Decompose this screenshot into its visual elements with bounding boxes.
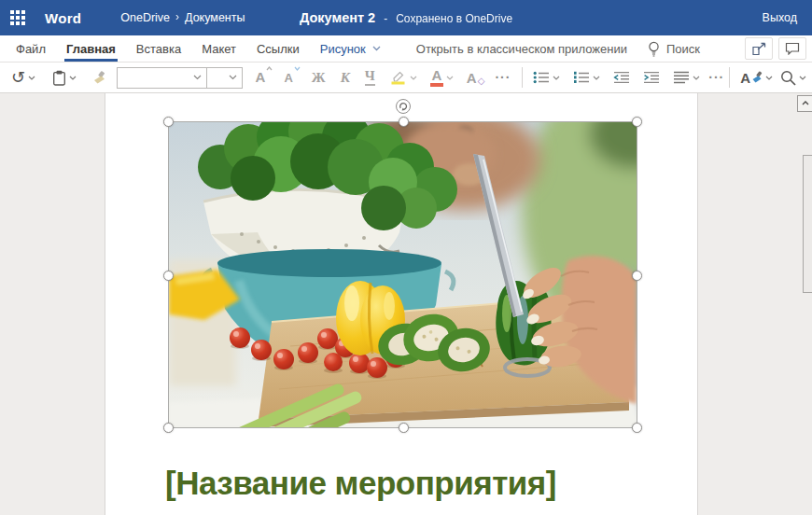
app-top-bar: Word OneDrive › Документы Документ 2 - С… [0,0,812,35]
tab-picture[interactable]: Рисунок [320,36,381,62]
resize-handle-s[interactable] [399,423,409,433]
styles-letter: A [740,71,750,85]
styles-button[interactable]: A [736,65,777,90]
shrink-font-button[interactable]: A [280,65,296,90]
tab-layout[interactable]: Макет [202,36,236,62]
find-button[interactable] [777,65,810,90]
highlight-color-button[interactable] [386,65,421,90]
chevron-down-icon [446,76,454,80]
resize-handle-se[interactable] [632,423,642,433]
chevron-down-icon [410,76,417,80]
clipboard-icon [52,70,66,86]
resize-handle-ne[interactable] [632,117,642,127]
share-icon [751,42,767,56]
underline-button[interactable]: Ч [361,65,379,90]
breadcrumb-root[interactable]: OneDrive [120,11,170,24]
caret-down-icon [294,66,301,71]
decrease-indent-button[interactable] [609,65,634,90]
document-canvas: [Название мероприятия] [0,93,812,515]
underline-letter: Ч [365,69,375,86]
app-launcher-button[interactable] [0,0,35,35]
undo-icon: ↺ [11,69,25,86]
undo-button[interactable]: ↺ [7,65,39,90]
bold-button[interactable]: Ж [308,65,329,90]
numbered-list-button[interactable] [569,65,604,90]
increase-indent-button[interactable] [639,65,664,90]
resize-handle-n[interactable] [399,117,409,127]
align-justify-icon [673,71,690,84]
title-dash: - [384,12,387,25]
clear-format-diamond: ◇ [478,76,485,86]
scrollbar-thumb[interactable] [803,155,812,293]
tab-file[interactable]: Файл [16,36,46,62]
toolbar-divider [522,67,523,88]
chevron-down-icon [693,76,700,80]
chevron-down-icon [799,76,806,80]
selected-image[interactable] [169,122,637,427]
chevron-down-icon [229,75,237,80]
tab-picture-label: Рисунок [320,42,366,56]
more-font-options-button[interactable]: ··· [490,70,515,85]
bullet-list-button[interactable] [529,65,564,90]
resize-handle-e[interactable] [632,271,642,281]
chevron-down-icon [372,46,381,51]
bullet-list-icon [533,71,550,84]
toolbar-divider [729,67,730,88]
grow-font-button[interactable]: A [252,65,270,90]
font-name-select[interactable] [117,67,207,89]
side-scroll-button[interactable] [797,95,812,112]
font-size-select[interactable] [207,67,243,89]
more-paragraph-options-button[interactable]: ··· [704,70,729,85]
clear-format-letter: A [467,71,477,85]
comments-button[interactable] [778,37,806,60]
tab-references[interactable]: Ссылки [257,36,300,62]
tab-home[interactable]: Главная [66,36,116,62]
open-in-desktop-button[interactable]: Открыть в классическом приложении [416,42,627,56]
numbered-list-icon [573,71,590,84]
chevron-down-icon [593,76,600,80]
share-button[interactable] [745,37,773,60]
exit-button[interactable]: Выход [763,11,797,24]
rotate-handle[interactable] [396,99,411,114]
resize-handle-sw[interactable] [163,423,174,433]
font-color-bar [430,83,443,87]
outdent-icon [613,71,630,84]
grid-icon [10,10,25,25]
breadcrumb-current[interactable]: Документы [185,11,245,24]
chevron-down-icon [553,76,560,80]
word-online-app: Word OneDrive › Документы Документ 2 - С… [0,0,812,515]
chevron-down-icon [193,75,202,80]
vegetables-photo [169,122,637,427]
clear-formatting-button[interactable]: A ◇ [463,65,491,90]
style-brush-icon [751,71,763,84]
alignment-button[interactable] [669,65,704,90]
search-label: Поиск [666,42,700,56]
document-page[interactable]: [Название мероприятия] [105,93,698,515]
brush-icon [91,71,107,85]
paste-button[interactable] [49,65,80,90]
tell-me-search[interactable]: Поиск [648,41,700,57]
italic-letter: К [341,71,350,85]
ribbon-right-actions [745,37,806,60]
format-painter-button[interactable] [88,65,111,90]
document-heading[interactable]: [Название мероприятия] [165,463,556,504]
magnifier-icon [780,70,796,86]
resize-handle-w[interactable] [163,271,174,281]
chevron-down-icon [28,76,35,80]
tab-insert[interactable]: Вставка [136,36,181,62]
resize-handle-nw[interactable] [163,117,174,127]
document-title[interactable]: Документ 2 [300,10,375,25]
app-name[interactable]: Word [45,10,81,26]
lightbulb-icon [648,41,660,57]
italic-button[interactable]: К [337,65,354,90]
grow-font-letter: A [256,69,266,85]
quick-format-toolbar: ↺ A [0,63,812,93]
caret-up-icon [266,66,273,71]
shrink-font-letter: A [284,71,292,85]
side-button-icon [802,100,809,107]
breadcrumb-separator: › [175,10,179,23]
font-color-button[interactable]: A [427,65,457,90]
comment-icon [785,42,800,55]
indent-icon [643,71,660,84]
highlighter-icon [390,70,407,85]
